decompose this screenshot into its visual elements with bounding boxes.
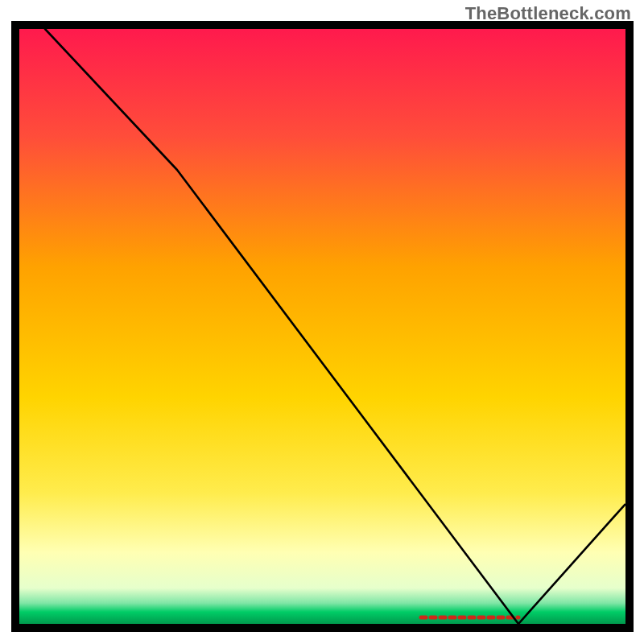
chart-container: TheBottleneck.com xyxy=(0,0,644,644)
bottleneck-chart xyxy=(11,21,634,632)
gradient-field xyxy=(19,29,625,624)
